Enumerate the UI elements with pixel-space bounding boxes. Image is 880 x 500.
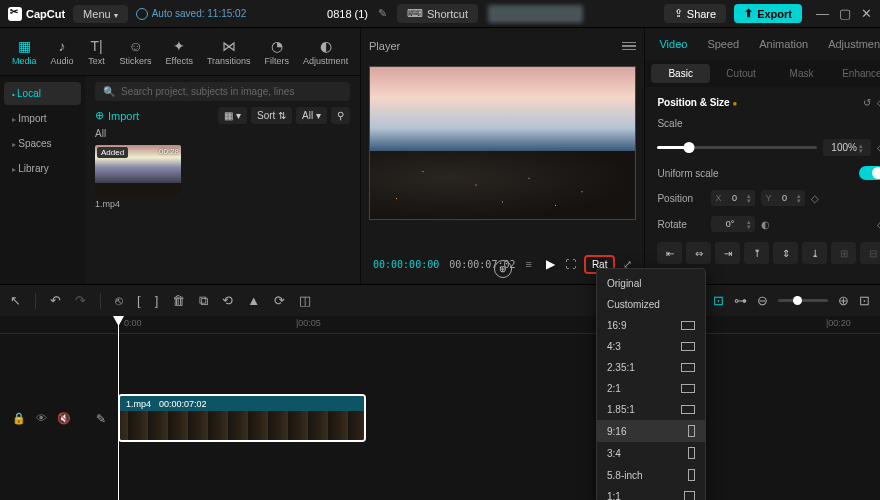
delete-icon[interactable]: 🗑 bbox=[172, 293, 185, 308]
rotate-icon[interactable]: ⟳ bbox=[274, 293, 285, 308]
transform-icon[interactable]: ⊕ bbox=[494, 260, 512, 278]
ratio-option-3-4[interactable]: 3:4 bbox=[597, 442, 705, 464]
timeline-clip[interactable]: 1.mp400:00:07:02 bbox=[118, 394, 366, 442]
filter-button[interactable]: ⚲ bbox=[331, 107, 350, 124]
zoom-out-icon[interactable]: ⊖ bbox=[757, 293, 768, 308]
inspector-tab-speed[interactable]: Speed bbox=[699, 34, 747, 54]
scale-slider[interactable] bbox=[657, 146, 817, 149]
sidebar-item-local[interactable]: Local bbox=[4, 82, 81, 105]
media-tab-effects[interactable]: ✦Effects bbox=[160, 34, 199, 70]
crop-icon[interactable]: ⧉ bbox=[199, 293, 208, 309]
duration-badge: 00:28 bbox=[159, 147, 179, 156]
inspector-tab-adjustment[interactable]: Adjustment bbox=[820, 34, 880, 54]
ratio-option-original[interactable]: Original bbox=[597, 273, 705, 294]
mirror-icon[interactable]: ▲ bbox=[247, 293, 260, 308]
inspector-subtab-basic[interactable]: Basic bbox=[651, 64, 709, 83]
added-badge: Added bbox=[97, 147, 128, 158]
fullscreen-icon[interactable]: ⛶ bbox=[565, 258, 576, 270]
minimize-icon[interactable]: — bbox=[816, 6, 829, 21]
media-tab-adjustment[interactable]: ◐Adjustment bbox=[297, 34, 354, 70]
zoom-in-icon[interactable]: ⊕ bbox=[838, 293, 849, 308]
inspector-tab-video[interactable]: Video bbox=[651, 34, 695, 54]
align-left-icon[interactable]: ⇤ bbox=[657, 242, 682, 264]
reverse-icon[interactable]: ⟲ bbox=[222, 293, 233, 308]
ratio-option-9-16[interactable]: 9:16 bbox=[597, 420, 705, 442]
filter-all-button[interactable]: All ▾ bbox=[296, 107, 327, 124]
align-top-icon[interactable]: ⤒ bbox=[744, 242, 769, 264]
zoom-fit-icon[interactable]: ⊡ bbox=[859, 293, 870, 308]
ruler-mark: |00:20 bbox=[826, 318, 851, 328]
ratio-option-16-9[interactable]: 16:9 bbox=[597, 315, 705, 336]
ratio-option-5-8-inch[interactable]: 5.8-inch bbox=[597, 464, 705, 486]
view-grid-button[interactable]: ▦ ▾ bbox=[218, 107, 247, 124]
sidebar-item-import[interactable]: Import bbox=[4, 107, 81, 130]
close-icon[interactable]: ✕ bbox=[861, 6, 872, 21]
media-tab-transitions[interactable]: ⋈Transitions bbox=[201, 34, 257, 70]
align-right-icon[interactable]: ⇥ bbox=[715, 242, 740, 264]
ratio-option-1-1[interactable]: 1:1 bbox=[597, 486, 705, 500]
media-clip[interactable]: Added 00:28 1.mp4 bbox=[95, 145, 181, 209]
split-icon[interactable]: ⎋ bbox=[115, 293, 123, 308]
media-tab-media[interactable]: ▦Media bbox=[6, 34, 43, 70]
inspector-tabs: VideoSpeedAnimationAdjustment bbox=[645, 28, 880, 60]
import-button[interactable]: Import bbox=[95, 109, 139, 122]
reset-icon[interactable]: ↺ bbox=[863, 97, 871, 108]
undo-icon[interactable]: ↶ bbox=[50, 293, 61, 308]
player-menu-icon[interactable] bbox=[622, 42, 636, 51]
shortcut-button[interactable]: ⌨Shortcut bbox=[397, 4, 478, 23]
sort-button[interactable]: Sort ⇅ bbox=[251, 107, 292, 124]
lines-icon[interactable]: ≡ bbox=[525, 258, 531, 270]
media-tab-stickers[interactable]: ☺Stickers bbox=[114, 34, 158, 70]
timeline-ruler[interactable]: 0:00|00:05|00:15|00:20 bbox=[0, 316, 880, 334]
redo-icon[interactable]: ↷ bbox=[75, 293, 86, 308]
align-disabled-icon: ⊞ bbox=[831, 242, 856, 264]
uniform-toggle[interactable] bbox=[859, 166, 880, 180]
position-x-input[interactable]: X0▴▾ bbox=[711, 190, 755, 206]
ratio-option-1-85-1[interactable]: 1.85:1 bbox=[597, 399, 705, 420]
export-button[interactable]: ⬆Export bbox=[734, 4, 802, 23]
position-keyframe-icon[interactable]: ◇ bbox=[811, 193, 819, 204]
preview-canvas[interactable] bbox=[369, 66, 636, 220]
media-tab-audio[interactable]: ♪Audio bbox=[45, 34, 80, 70]
share-button[interactable]: ⇪Share bbox=[664, 4, 726, 23]
timeline-clip-duration: 00:00:07:02 bbox=[159, 399, 207, 409]
trim-left-icon[interactable]: [ bbox=[137, 293, 141, 308]
inspector-subtabs: BasicCutoutMaskEnhance bbox=[645, 60, 880, 87]
search-input[interactable]: 🔍Search project, subjects in image, line… bbox=[95, 82, 350, 101]
section-title: Position & Size ● bbox=[657, 97, 737, 108]
scale-value[interactable]: 100%▴▾ bbox=[823, 139, 871, 156]
sidebar-item-library[interactable]: Library bbox=[4, 157, 81, 180]
ratio-option-2-1[interactable]: 2:1 bbox=[597, 378, 705, 399]
align-bottom-icon[interactable]: ⤓ bbox=[802, 242, 827, 264]
selection-tool-icon[interactable]: ↖ bbox=[10, 293, 21, 308]
sidebar-item-spaces[interactable]: Spaces bbox=[4, 132, 81, 155]
align-center-h-icon[interactable]: ⇔ bbox=[686, 242, 711, 264]
position-y-input[interactable]: Y0▴▾ bbox=[761, 190, 805, 206]
rotate-input[interactable]: 0°▴▾ bbox=[711, 216, 755, 232]
play-button[interactable]: ▶ bbox=[546, 257, 555, 271]
inspector-subtab-cutout[interactable]: Cutout bbox=[712, 64, 770, 83]
ratio-option-4-3[interactable]: 4:3 bbox=[597, 336, 705, 357]
freeze-icon[interactable]: ◫ bbox=[299, 293, 311, 308]
account-area[interactable] bbox=[488, 5, 583, 23]
autosave-status: Auto saved: 11:15:02 bbox=[136, 8, 247, 20]
maximize-icon[interactable]: ▢ bbox=[839, 6, 851, 21]
media-tab-filters[interactable]: ◔Filters bbox=[259, 34, 296, 70]
document-title[interactable]: 0818 (1) bbox=[327, 8, 368, 20]
media-tab-text[interactable]: T|Text bbox=[82, 34, 112, 70]
rotate-dial-icon[interactable]: ◐ bbox=[761, 219, 770, 230]
inspector-subtab-mask[interactable]: Mask bbox=[772, 64, 830, 83]
inspector-subtab-enhance[interactable]: Enhance bbox=[833, 64, 880, 83]
link-icon[interactable]: ⊶ bbox=[734, 293, 747, 308]
zoom-slider[interactable] bbox=[778, 299, 828, 302]
align-center-v-icon[interactable]: ⇕ bbox=[773, 242, 798, 264]
snap-icon[interactable]: ⊡ bbox=[713, 293, 724, 308]
clip-name: 1.mp4 bbox=[95, 199, 181, 209]
ratio-option-customized[interactable]: Customized bbox=[597, 294, 705, 315]
trim-right-icon[interactable]: ] bbox=[155, 293, 159, 308]
timeline[interactable]: 0:00|00:05|00:15|00:20 🔒 👁 🔇 ✎ 1.mp400:0… bbox=[0, 316, 880, 500]
ratio-option-2-35-1[interactable]: 2.35:1 bbox=[597, 357, 705, 378]
inspector-tab-animation[interactable]: Animation bbox=[751, 34, 816, 54]
menu-button[interactable]: Menu ▾ bbox=[73, 5, 128, 23]
edit-title-icon[interactable]: ✎ bbox=[378, 7, 387, 20]
